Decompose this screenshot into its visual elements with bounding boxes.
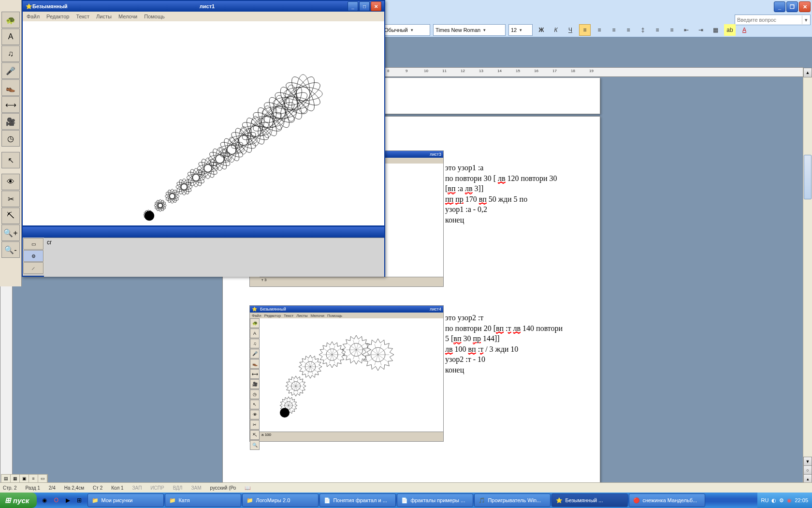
numbered-list-button[interactable]: ≡	[652, 24, 663, 36]
embed-tool-icon: 🎥	[250, 379, 260, 389]
tray-icon-2[interactable]: ⚙	[779, 497, 784, 504]
pointer-tool-icon[interactable]: ↖	[1, 152, 20, 168]
horizontal-ruler[interactable]: 8910111213141516171819	[382, 67, 803, 77]
embed-menu-item: Текст	[284, 314, 293, 318]
music-tool-icon[interactable]: ♫	[1, 45, 20, 62]
font-selector[interactable]: Times New Roman▾	[433, 24, 506, 36]
svg-point-127	[187, 174, 205, 180]
logo-menu-item[interactable]: Файл	[27, 14, 40, 19]
slider-tool-icon[interactable]: ⟷	[1, 96, 20, 113]
logo-menu-item[interactable]: Текст	[76, 14, 89, 19]
logo-menu-item[interactable]: Листы	[96, 14, 112, 19]
tray-lang[interactable]: RU	[761, 497, 769, 503]
logo-left-toolbar: 🐢 A ♫ 🎤 👞 ⟷ 🎥 ◷ ↖ 👁 ✂ ⛏ 🔍+ 🔍-	[0, 0, 22, 286]
line-spacing-button[interactable]: ‡	[637, 24, 649, 36]
highlight-button[interactable]: ab	[724, 24, 736, 36]
zoom-out-tool-icon[interactable]: 🔍-	[1, 241, 20, 258]
italic-button[interactable]: К	[550, 24, 562, 36]
logo-menu-item[interactable]: Редактор	[46, 14, 69, 19]
svg-point-113	[177, 179, 190, 195]
logo-menu-item[interactable]: Мелочи	[118, 14, 137, 19]
print-view-button[interactable]: ▣	[20, 475, 29, 482]
taskbar-task[interactable]: 📁Мои рисунки	[87, 493, 164, 507]
decrease-indent-button[interactable]: ⇤	[681, 24, 692, 36]
help-search-dropdown-icon[interactable]: ▾	[802, 15, 810, 24]
align-center-button[interactable]: ≡	[594, 24, 605, 36]
help-search-box[interactable]: ▾	[735, 15, 811, 25]
scroll-thumb[interactable]	[804, 155, 812, 199]
svg-point-115	[176, 184, 192, 190]
embed-tool-icon: 🎤	[250, 349, 260, 359]
chevron-down-icon: ▾	[411, 28, 413, 32]
logo-command-area[interactable]: сг	[44, 238, 384, 277]
embed-tool-icon: 👞	[250, 359, 260, 369]
taskbar-task[interactable]: 📄Понятия фрактал и ...	[319, 493, 396, 507]
word-vertical-scrollbar[interactable]: ▲ ▼ ○ ▴ ▾	[803, 68, 812, 493]
svg-point-94	[158, 199, 162, 211]
taskbar-task[interactable]: 🎵Проигрыватель Win...	[474, 493, 551, 507]
logo-menu-item[interactable]: Помощь	[144, 14, 165, 19]
align-left-button[interactable]: ≡	[579, 24, 591, 36]
logo-cmd-tab2[interactable]: ⚙	[23, 250, 44, 262]
ql-icon-4[interactable]: ⊞	[74, 495, 84, 505]
border-button[interactable]: ▦	[710, 24, 721, 36]
reading-view-button[interactable]: ▭	[38, 475, 47, 482]
embed1-cmd: т 3	[260, 277, 443, 286]
logo-cmd-tab1[interactable]: ▭	[23, 238, 44, 250]
taskbar-task[interactable]: ⭐Безымянный ...	[551, 493, 628, 507]
help-search-input[interactable]	[735, 17, 802, 23]
fontcolor-button[interactable]: A	[739, 24, 750, 36]
logo-canvas[interactable]	[23, 21, 384, 227]
tray-icon-3[interactable]: ◉	[787, 497, 792, 504]
status-spellcheck-icon[interactable]: 📖	[245, 485, 250, 491]
svg-point-235	[284, 87, 322, 101]
word-restore-button[interactable]: ❐	[786, 1, 798, 12]
ql-icon-3[interactable]: ▶	[63, 495, 72, 505]
logo-minimize-button[interactable]: _	[348, 1, 358, 11]
align-justify-button[interactable]: ≡	[623, 24, 634, 36]
scroll-object-select[interactable]: ○	[803, 465, 812, 475]
increase-indent-button[interactable]: ⇥	[695, 24, 707, 36]
word-close-button[interactable]: ✕	[799, 1, 811, 12]
bold-button[interactable]: Ж	[536, 24, 547, 36]
outline-view-button[interactable]: ≡	[29, 475, 38, 482]
start-button[interactable]: ⊞ пуск	[0, 493, 37, 508]
task-label: Безымянный ...	[565, 497, 603, 503]
scroll-down-arrow[interactable]: ▼	[803, 457, 812, 466]
zoom-in-tool-icon[interactable]: 🔍+	[1, 224, 20, 241]
scissors-tool-icon[interactable]: ✂	[1, 191, 20, 207]
taskbar-task[interactable]: 📁ЛогоМиры 2.0	[242, 493, 319, 507]
style-selector[interactable]: Обычный▾	[382, 24, 430, 36]
ql-icon-1[interactable]: ◉	[40, 495, 49, 505]
embed1-sheet: лист3	[430, 152, 441, 157]
word-minimize-button[interactable]: _	[774, 1, 785, 12]
eye-tool-icon[interactable]: 👁	[1, 174, 20, 190]
fontsize-selector[interactable]: 12▾	[508, 24, 533, 36]
embed-menu-item: Мелочи	[310, 314, 324, 318]
taskbar-task[interactable]: 📄фракталы примеры ...	[397, 493, 473, 507]
shoe-tool-icon[interactable]: 👞	[1, 79, 20, 96]
scroll-up-arrow[interactable]: ▲	[803, 68, 812, 77]
align-right-button[interactable]: ≡	[608, 24, 620, 36]
logo-close-button[interactable]: ✕	[371, 1, 381, 11]
bulleted-list-button[interactable]: ≡	[666, 24, 678, 36]
logo-cmd-tab3[interactable]: ⟋	[23, 262, 44, 274]
text-tool-icon[interactable]: A	[1, 29, 20, 45]
ql-icon-2[interactable]: O	[51, 495, 61, 505]
video-tool-icon[interactable]: 🎥	[1, 113, 20, 130]
tray-clock[interactable]: 22:05	[795, 497, 808, 503]
taskbar-task[interactable]: 🔴снежинка Мандельб...	[629, 493, 705, 507]
tray-icon-1[interactable]: ◐	[771, 497, 776, 504]
logo-titlebar[interactable]: ⭐ Безымянный лист1 _ □ ✕	[23, 1, 384, 12]
audio-tool-icon[interactable]: ◷	[1, 130, 20, 147]
stamp-tool-icon[interactable]: ⛏	[1, 208, 20, 224]
mic-tool-icon[interactable]: 🎤	[1, 62, 20, 79]
underline-button[interactable]: Ч	[565, 24, 576, 36]
svg-point-126	[186, 170, 205, 185]
taskbar-task[interactable]: 📁Катя	[165, 493, 241, 507]
logo-maximize-button[interactable]: □	[359, 1, 370, 11]
normal-view-button[interactable]: ▤	[1, 475, 11, 482]
web-view-button[interactable]: ▦	[11, 475, 20, 482]
embed-menu-item: Помощь	[327, 314, 342, 318]
turtle-tool-icon[interactable]: 🐢	[1, 12, 20, 28]
